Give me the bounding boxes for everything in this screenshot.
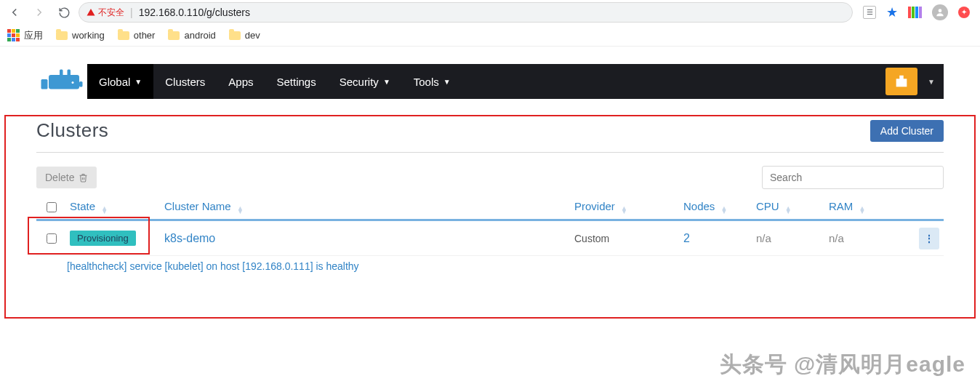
col-label: CPU [756,200,779,212]
back-button[interactable] [4,2,25,23]
col-name[interactable]: Cluster Name ▲▼ [160,200,570,214]
svg-rect-4 [68,70,71,76]
bookmark-label: dev [245,30,260,41]
notification-badge-icon[interactable]: ✦ [958,7,970,18]
forward-button[interactable] [29,2,49,23]
sort-icon: ▲▼ [785,207,792,214]
bookmark-label: working [72,30,105,41]
browser-right-icons: ☰ ★ ✦ [857,4,976,20]
page-title: Clusters [36,119,108,142]
translate-icon[interactable]: ☰ [863,6,876,19]
apps-grid-icon [7,29,20,41]
rancher-logo[interactable] [36,64,87,99]
nav-notification-icon[interactable] [885,68,917,95]
apps-shortcut[interactable]: 应用 [7,29,43,42]
table-header: State ▲▼ Cluster Name ▲▼ Provider ▲▼ Nod… [36,195,944,221]
nav-label: Clusters [165,76,205,88]
bookmarks-bar: 应用 working other android dev [0,25,980,47]
chevron-down-icon: ▼ [443,78,451,86]
insecure-icon: 不安全 [87,7,124,19]
extension-icon[interactable] [908,7,922,18]
page-body: Clusters Add Cluster Delete State ▲▼ Clu… [36,99,944,285]
provider-value: Custom [574,233,609,244]
search-input[interactable] [762,166,944,189]
svg-rect-3 [60,70,63,76]
cpu-value: n/a [756,232,771,244]
cluster-name-link[interactable]: k8s-demo [164,232,215,244]
watermark-text: 头条号 @清风明月eagle [720,350,965,380]
ram-value: n/a [829,232,844,244]
col-checkbox [36,200,65,215]
col-provider[interactable]: Provider ▲▼ [570,200,679,214]
nav-global[interactable]: Global ▼ [87,64,153,99]
bookmark-dev[interactable]: dev [229,30,260,41]
app-root: Global ▼ Clusters Apps Settings Security… [0,64,980,285]
nav-label: Global [99,76,130,88]
bookmark-android[interactable]: android [168,30,215,41]
profile-avatar-icon[interactable] [932,4,948,20]
select-all-checkbox[interactable] [47,202,57,212]
bookmark-label: other [134,30,156,41]
col-label: Cluster Name [164,200,231,212]
add-cluster-button[interactable]: Add Cluster [870,120,944,142]
col-label: Nodes [683,200,715,212]
sort-icon: ▲▼ [859,207,866,214]
delete-label: Delete [45,172,74,183]
bookmark-label: android [184,30,215,41]
sort-icon: ▲▼ [621,207,627,214]
svg-rect-6 [79,81,83,87]
sort-icon: ▲▼ [721,207,728,214]
svg-point-0 [939,9,942,12]
nodes-link[interactable]: 2 [683,232,690,244]
col-nodes[interactable]: Nodes ▲▼ [679,200,752,214]
svg-rect-8 [899,76,904,80]
omnibox-separator: | [130,7,133,18]
sort-icon: ▲▼ [237,207,244,214]
col-label: Provider [574,200,615,212]
nav-label: Security [340,76,379,88]
col-label: RAM [829,200,853,212]
nav-settings[interactable]: Settings [265,64,327,99]
delete-button[interactable]: Delete [36,167,97,188]
svg-rect-2 [49,75,79,89]
address-bar[interactable]: 不安全 | 192.168.0.110/g/clusters [79,2,853,23]
bookmark-other[interactable]: other [118,30,156,41]
reload-button[interactable] [54,2,74,23]
page-header: Clusters Add Cluster [36,119,944,153]
status-badge: Provisioning [70,231,136,246]
svg-rect-1 [41,79,48,89]
folder-icon [56,31,68,40]
bookmark-star-icon[interactable]: ★ [886,4,898,20]
nav-security[interactable]: Security ▼ [328,64,402,99]
chevron-down-icon: ▼ [134,78,142,86]
nav-apps[interactable]: Apps [217,64,265,99]
nav-label: Tools [414,76,439,88]
trash-icon [79,173,88,183]
app-nav-wrap: Global ▼ Clusters Apps Settings Security… [36,64,944,99]
col-label: State [70,200,95,212]
row-checkbox[interactable] [47,233,57,244]
folder-icon [168,31,180,40]
svg-point-5 [72,81,74,84]
nav-label: Apps [228,76,253,88]
chevron-down-icon: ▼ [928,78,935,86]
folder-icon [229,31,241,40]
url-text: 192.168.0.110/g/clusters [139,7,250,18]
chevron-down-icon: ▼ [383,78,390,86]
nav-user-menu[interactable]: ▼ [919,64,944,99]
nav-label: Settings [276,76,316,88]
nav-clusters[interactable]: Clusters [153,64,217,99]
table-row: Provisioning k8s-demo Custom 2 n/a n/a [36,221,944,256]
row-actions-button[interactable]: ⋮ [919,228,939,249]
col-state[interactable]: State ▲▼ [65,200,160,214]
row-subtext: [healthcheck] service [kubelet] on host … [36,256,944,285]
clusters-table: State ▲▼ Cluster Name ▲▼ Provider ▲▼ Nod… [36,195,944,285]
bookmark-working[interactable]: working [56,30,105,41]
col-cpu[interactable]: CPU ▲▼ [752,200,824,214]
folder-icon [118,31,129,40]
nav-tools[interactable]: Tools ▼ [402,64,462,99]
app-nav: Global ▼ Clusters Apps Settings Security… [87,64,944,99]
insecure-label: 不安全 [98,7,124,19]
col-ram[interactable]: RAM ▲▼ [824,200,912,214]
svg-rect-7 [896,79,907,87]
